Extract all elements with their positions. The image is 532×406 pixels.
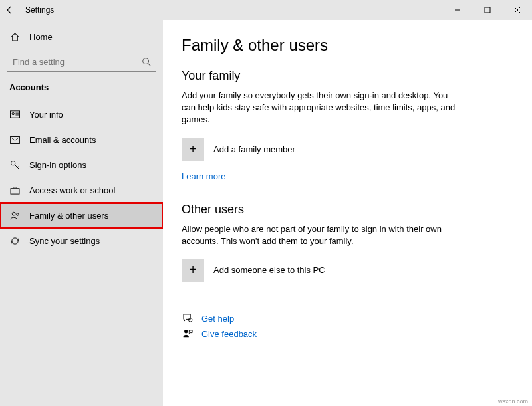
other-users-heading: Other users [182, 203, 516, 217]
your-family-desc: Add your family so everybody gets their … [182, 90, 461, 126]
home-label: Home [29, 32, 53, 42]
close-button[interactable] [502, 0, 532, 20]
mail-icon [9, 136, 20, 144]
briefcase-icon [9, 186, 20, 195]
get-help-label: Get help [201, 314, 234, 324]
people-icon [9, 211, 20, 221]
svg-point-16 [16, 213, 18, 215]
sidebar-item-label: Email & accounts [29, 135, 96, 145]
sidebar: Home Accounts Your info Email & acco [0, 20, 163, 406]
feedback-icon [182, 329, 194, 338]
svg-rect-1 [485, 7, 490, 13]
maximize-button[interactable] [472, 0, 502, 20]
give-feedback-label: Give feedback [201, 329, 257, 339]
svg-rect-10 [10, 136, 19, 143]
window-controls [442, 0, 532, 20]
sidebar-item-email-accounts[interactable]: Email & accounts [0, 127, 163, 152]
svg-line-5 [148, 64, 151, 66]
sidebar-item-access-work-school[interactable]: Access work or school [0, 177, 163, 203]
your-family-heading: Your family [182, 69, 516, 83]
sidebar-item-label: Access work or school [29, 185, 115, 195]
add-other-label: Add someone else to this PC [213, 265, 325, 275]
page-title: Family & other users [182, 36, 516, 54]
maximize-icon [484, 7, 491, 13]
main-content: Family & other users Your family Add you… [163, 20, 532, 406]
svg-point-11 [11, 161, 15, 165]
sidebar-item-label: Sync your settings [29, 236, 100, 246]
svg-point-18 [184, 330, 188, 334]
sidebar-item-label: Sign-in options [29, 160, 86, 170]
svg-point-4 [143, 58, 149, 64]
svg-rect-14 [11, 188, 19, 193]
svg-rect-6 [10, 111, 19, 118]
sidebar-item-your-info[interactable]: Your info [0, 102, 163, 127]
add-other-user-button[interactable]: + Add someone else to this PC [182, 259, 461, 282]
watermark: wsxdn.com [498, 398, 528, 405]
chat-icon [182, 314, 194, 323]
sidebar-item-family-other-users[interactable]: Family & other users [0, 203, 163, 228]
svg-point-15 [12, 212, 15, 215]
give-feedback-link[interactable]: Give feedback [182, 329, 516, 339]
svg-line-13 [17, 166, 19, 167]
close-icon [514, 7, 521, 13]
minimize-icon [454, 7, 461, 13]
learn-more-link[interactable]: Learn more [182, 171, 516, 181]
get-help-link[interactable]: Get help [182, 314, 516, 324]
plus-icon: + [182, 138, 204, 161]
svg-point-7 [12, 112, 14, 114]
sidebar-item-signin-options[interactable]: Sign-in options [0, 152, 163, 177]
sidebar-item-label: Your info [29, 110, 63, 120]
key-icon [9, 160, 20, 170]
home-button[interactable]: Home [0, 24, 163, 49]
sidebar-item-sync-settings[interactable]: Sync your settings [0, 228, 163, 253]
minimize-button[interactable] [442, 0, 472, 20]
other-users-desc: Allow people who are not part of your fa… [182, 223, 461, 247]
add-family-member-button[interactable]: + Add a family member [182, 138, 461, 161]
search-input[interactable] [7, 52, 156, 72]
sync-icon [9, 236, 20, 246]
arrow-left-icon [5, 5, 14, 15]
id-card-icon [9, 110, 20, 118]
window-title: Settings [25, 5, 54, 15]
titlebar: Settings [0, 0, 532, 20]
plus-icon: + [182, 259, 204, 282]
home-icon [9, 32, 20, 42]
add-family-label: Add a family member [213, 144, 295, 154]
sidebar-item-label: Family & other users [29, 211, 108, 221]
back-button[interactable] [0, 0, 19, 20]
search-icon [142, 57, 151, 66]
section-heading-accounts: Accounts [0, 78, 163, 102]
